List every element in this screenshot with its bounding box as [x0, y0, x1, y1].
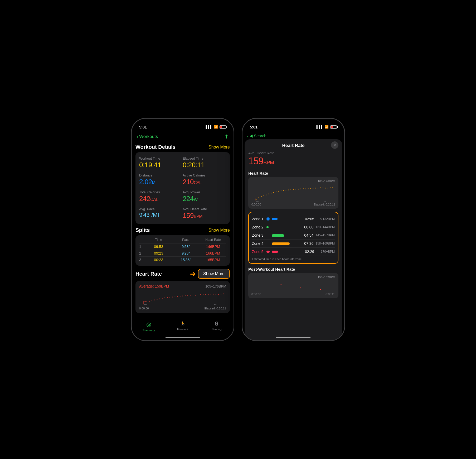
splits-col-headers: Time Pace Heart Rate: [139, 238, 226, 242]
svg-point-66: [318, 188, 318, 189]
svg-point-18: [185, 295, 186, 296]
zone-3-bar-container: [272, 234, 299, 236]
svg-point-68: [323, 188, 323, 188]
status-icons-left: ▌▌▌ 📶: [206, 125, 226, 129]
svg-point-28: [210, 294, 211, 295]
zone-1-bar: [272, 218, 278, 220]
svg-point-25: [203, 294, 203, 295]
svg-point-47: [271, 193, 271, 194]
metrics-grid: Workout Time 0:19:41 Elapsed Time 0:20:1…: [139, 156, 226, 220]
svg-point-63: [310, 188, 311, 189]
workouts-back-label[interactable]: Workouts: [139, 134, 158, 139]
metric-avg-pace-label: Avg. Pace: [139, 207, 183, 211]
svg-point-23: [198, 295, 198, 295]
metric-avg-hr: Avg. Heart Rate 159BPM: [183, 207, 226, 220]
zone-2-name: Zone 2: [252, 225, 266, 229]
post-chart-times: 0:00:00 0:00:20: [251, 293, 335, 296]
svg-point-41: [256, 199, 257, 200]
svg-point-49: [276, 192, 276, 192]
split-hr-1: 146BPM: [200, 245, 226, 249]
hr-mini-chart: [139, 290, 226, 306]
zone-1-time: 02:05: [302, 217, 314, 221]
hr-chart-title: Heart Rate: [248, 171, 338, 175]
back-link-left[interactable]: ‹ Workouts: [137, 134, 158, 140]
right-iphone: 5:01 ▌▌▌ 📶 ‹ ◀ Search Heart Rate ✕: [242, 118, 345, 341]
status-time-right: 5:01: [250, 125, 258, 129]
svg-point-70: [328, 188, 328, 189]
home-indicator-right: [276, 337, 310, 338]
hr-start-time-right: 0:00:00: [251, 203, 261, 206]
splits-show-more[interactable]: Show More: [208, 228, 230, 233]
post-start-time: 0:00:00: [251, 293, 261, 296]
hr-chart-range: 105–176BPM: [251, 180, 335, 183]
zone-note: Estimated time in each heart rate zone.: [252, 256, 335, 261]
workout-details-header: Workout Details Show More: [135, 144, 230, 150]
svg-point-13: [172, 297, 173, 298]
back-nav-right: ‹ ◀ Search: [242, 132, 344, 139]
post-chart-area: [251, 279, 335, 292]
metric-avg-power-value: 224W: [183, 195, 226, 203]
tab-summary[interactable]: ◎ Summary: [132, 321, 166, 332]
share-icon[interactable]: ⬆: [224, 133, 229, 140]
svg-point-4: [149, 301, 150, 302]
zone-5-bpm: 170+BPM: [316, 250, 335, 254]
metric-avg-hr-value: 159BPM: [183, 212, 226, 220]
split-row-3: 3 00:23 15'36'' 165BPM: [139, 256, 226, 263]
svg-point-39: [215, 304, 216, 305]
modal-scroll[interactable]: Avg. Heart Rate 159BPM Heart Rate 105–17…: [245, 151, 342, 340]
workout-details-show-more[interactable]: Show More: [208, 145, 230, 150]
svg-point-29: [213, 294, 214, 295]
tab-fitness[interactable]: 🏃 Fitness+: [166, 321, 200, 331]
svg-point-20: [190, 295, 191, 296]
col-pace: Pace: [173, 238, 199, 242]
metric-total-cal-value: 242CAL: [139, 195, 183, 203]
split-num-1: 1: [139, 245, 144, 249]
svg-point-76: [258, 201, 259, 202]
svg-point-51: [281, 190, 281, 191]
svg-point-33: [223, 294, 224, 294]
split-num-2: 2: [139, 251, 144, 255]
signal-icon: ▌▌▌: [206, 125, 212, 129]
close-button[interactable]: ✕: [331, 141, 338, 149]
zone-2-bar-container: [271, 226, 299, 228]
svg-point-50: [278, 191, 279, 192]
zone-5-bar: [272, 251, 278, 253]
zone-2-bpm: 133–144BPM: [315, 225, 335, 229]
metric-avg-power: Avg. Power 224W: [183, 190, 226, 203]
svg-point-65: [315, 188, 316, 189]
zone-row-2: Zone 2 00:00 133–144BPM: [252, 223, 335, 231]
svg-point-38: [214, 304, 215, 305]
hr-card-left: Average: 159BPM 105–176BPM: [135, 281, 230, 313]
svg-point-48: [273, 192, 274, 193]
post-chart-card: 155–162BPM 0:00:00 0:00:20: [248, 273, 338, 298]
svg-point-36: [145, 304, 146, 305]
scroll-area-left[interactable]: Workout Details Show More Workout Time 0…: [132, 141, 234, 319]
avg-hr-unit: BPM: [263, 160, 274, 165]
split-time-3: 00:23: [145, 258, 172, 262]
hr-avg-label: Average: 159BPM: [139, 284, 169, 288]
hr-chart-svg: [139, 290, 226, 306]
heart-rate-section-left: Heart Rate ➜ Show More Average: 159BPM 1…: [135, 269, 230, 313]
home-indicator-left: [166, 337, 200, 338]
post-chart-range: 155–162BPM: [251, 276, 335, 279]
svg-point-26: [205, 294, 206, 295]
show-more-button[interactable]: Show More: [198, 269, 230, 279]
zone-3-bpm: 145–157BPM: [315, 233, 335, 237]
svg-point-72: [332, 187, 333, 188]
tab-sharing[interactable]: 𝕊 Sharing: [200, 321, 234, 331]
wifi-icon: 📶: [214, 125, 218, 129]
svg-point-53: [286, 190, 286, 191]
svg-point-10: [164, 298, 165, 298]
sharing-icon: 𝕊: [215, 321, 218, 327]
svg-point-8: [159, 299, 160, 299]
zone-1-dot: [266, 217, 270, 221]
right-back-label[interactable]: ◀ Search: [250, 133, 266, 138]
svg-point-21: [192, 295, 193, 295]
back-link-right[interactable]: ‹ ◀ Search: [247, 133, 266, 138]
svg-point-57: [295, 189, 296, 190]
battery-icon-right: [330, 125, 337, 129]
hr-chart-area: [251, 184, 335, 202]
split-pace-2: 9'23'': [173, 251, 199, 255]
splits-header: Splits Show More: [135, 227, 230, 233]
hr-chart-row: 0:00:00 Elapsed: 0:20:11: [139, 307, 226, 310]
